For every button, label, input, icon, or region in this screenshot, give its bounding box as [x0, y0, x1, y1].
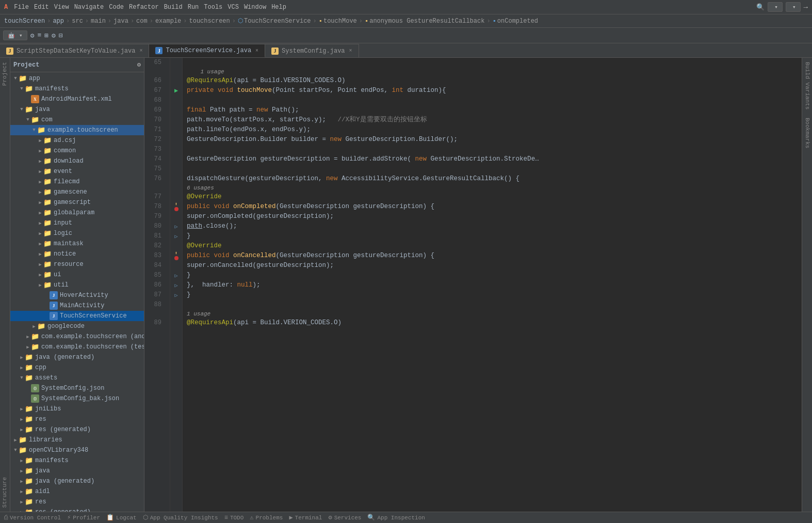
code-line: private void touchMove(Point startPos, P…	[187, 86, 798, 96]
code-editor[interactable]: 1 usage @RequiresApi(api = Build.VERSION…	[183, 58, 802, 512]
tree-item-filecmd[interactable]: ▶📁filecmd	[10, 177, 144, 187]
project-settings-icon[interactable]: ⚙	[137, 61, 141, 69]
panel-icon[interactable]: ⊟	[59, 31, 63, 40]
tree-item-res[interactable]: ▶📁res	[10, 497, 144, 507]
tree-item-logic[interactable]: ▶📁logic	[10, 228, 144, 239]
tree-item-hoveractivity[interactable]: JHoverActivity	[10, 290, 144, 300]
status-profiler[interactable]: ⚡ Profiler	[67, 514, 100, 521]
status-terminal[interactable]: ▶ Terminal	[289, 514, 322, 521]
android-selector[interactable]: 🤖 ▾	[3, 30, 27, 40]
status-services[interactable]: ⚙ Services	[328, 514, 361, 521]
tree-item-touchscreenservice[interactable]: JTouchScreenService	[10, 311, 144, 321]
menu-help[interactable]: Help	[271, 4, 286, 11]
status-problems[interactable]: ⚠ Problems	[250, 514, 283, 521]
tree-item-comexampletouchscreentest[interactable]: ▶📁com.example.touchscreen (test)	[10, 342, 144, 352]
tree-item-ui[interactable]: ▶📁ui	[10, 270, 144, 280]
breadcrumb-touchmove[interactable]: touchMove	[323, 18, 357, 25]
menu-window[interactable]: Window	[244, 4, 266, 11]
tree-item-notice[interactable]: ▶📁notice	[10, 249, 144, 259]
tree-item-gamescript[interactable]: ▶📁gamescript	[10, 197, 144, 208]
menu-code[interactable]: Code	[109, 4, 124, 11]
sort-icon[interactable]: ≡	[37, 31, 41, 39]
left-tab-project[interactable]: Project	[0, 58, 10, 90]
tree-item-app[interactable]: ▼📁app	[10, 73, 144, 84]
tab-close-scriptstep[interactable]: ×	[139, 48, 142, 54]
tree-item-resgenerated[interactable]: ▶📁res (generated)	[10, 424, 144, 435]
search-icon[interactable]: 🔍	[756, 3, 765, 11]
tree-item-maintask[interactable]: ▶📁maintask	[10, 239, 144, 249]
tree-item-androidmanifestxml[interactable]: XAndroidManifest.xml	[10, 94, 144, 104]
status-app-quality[interactable]: ⬡ App Quality Insights	[143, 514, 218, 521]
breadcrumb-app[interactable]: app	[53, 18, 64, 25]
status-todo[interactable]: ≡ TODO	[224, 514, 244, 521]
no-devices-selector[interactable]: ▾	[786, 2, 801, 12]
tree-item-globalparam[interactable]: ▶📁globalparam	[10, 208, 144, 218]
menu-vcs[interactable]: VCS	[228, 4, 239, 11]
tree-item-java[interactable]: ▼📁java	[10, 104, 144, 115]
tab-close-touchscreenservice[interactable]: ×	[255, 48, 258, 54]
filter-icon[interactable]: ⊞	[44, 31, 48, 40]
menu-build[interactable]: Build	[164, 4, 183, 11]
tree-item-adcsj[interactable]: ▶📁ad.csj	[10, 135, 144, 146]
tab-close-systemconfig[interactable]: ×	[349, 48, 352, 54]
status-version-control[interactable]: ⎙ Version Control	[4, 514, 61, 521]
run-config-selector[interactable]: ▾	[768, 2, 783, 12]
tree-item-exampletouchscreen[interactable]: ▼📁example.touchscreen	[10, 125, 144, 135]
status-logcat[interactable]: 📋 Logcat	[106, 514, 137, 521]
menu-run[interactable]: Run	[188, 4, 199, 11]
left-tab-structure[interactable]: Structure	[0, 473, 10, 512]
tree-item-googlecode[interactable]: ▶📁googlecode	[10, 321, 144, 331]
right-tab-bookmarks[interactable]: Bookmarks	[802, 114, 812, 152]
tree-item-aidl[interactable]: ▶📁aidl	[10, 486, 144, 497]
breadcrumb-touchscreen[interactable]: touchScreen	[4, 18, 45, 25]
breadcrumb-main[interactable]: main	[91, 18, 106, 25]
breadcrumb-com[interactable]: com	[136, 18, 148, 25]
breadcrumb-example[interactable]: example	[155, 18, 181, 25]
tree-item-opencvlibrary348[interactable]: ▼📁openCVLibrary348	[10, 445, 144, 455]
right-tab-build-variants[interactable]: Build Variants	[802, 58, 812, 114]
menu-tools[interactable]: Tools	[204, 4, 222, 11]
breadcrumb-touchscreen2[interactable]: touchscreen	[189, 18, 230, 25]
tree-item-res[interactable]: ▶📁res	[10, 414, 144, 424]
breadcrumb-touchscreenservice[interactable]: TouchScreenService	[244, 18, 311, 25]
tree-item-input[interactable]: ▶📁input	[10, 218, 144, 228]
tree-item-download[interactable]: ▶📁download	[10, 156, 144, 166]
arrow-icon[interactable]: →	[804, 3, 808, 11]
tree-item-com[interactable]: ▼📁com	[10, 115, 144, 125]
tree-item-comexampletouchscreenandr[interactable]: ▶📁com.example.touchscreen (andr...	[10, 331, 144, 342]
tree-item-manifests[interactable]: ▶📁manifests	[10, 455, 144, 466]
breadcrumb-anonymous[interactable]: anonymous GestureResultCallback	[369, 18, 484, 25]
gear-icon[interactable]: ⚙	[52, 31, 56, 40]
tab-systemconfig[interactable]: J SystemConfig.java ×	[265, 44, 359, 57]
menu-navigate[interactable]: Navigate	[74, 4, 104, 11]
breadcrumb-java[interactable]: java	[113, 18, 128, 25]
breadcrumb-src[interactable]: src	[72, 18, 83, 25]
tree-item-cpp[interactable]: ▶📁cpp	[10, 362, 144, 373]
menu-edit[interactable]: Edit	[34, 4, 49, 11]
tree-item-jnilibs[interactable]: ▶📁jniLibs	[10, 404, 144, 414]
menu-file[interactable]: File	[14, 4, 29, 11]
menu-view[interactable]: View	[54, 4, 69, 11]
tree-item-javagenerated[interactable]: ▶📁java (generated)	[10, 476, 144, 486]
tree-item-gamescene[interactable]: ▶📁gamescene	[10, 187, 144, 197]
menu-refactor[interactable]: Refactor	[129, 4, 159, 11]
tree-item-systemconfigbakjson[interactable]: {}SystemConfig_bak.json	[10, 393, 144, 404]
tree-item-systemconfigjson[interactable]: {}SystemConfig.json	[10, 383, 144, 393]
code-container[interactable]: 6566676869707172737475767778798081828384…	[144, 58, 802, 512]
tree-item-libraries[interactable]: ▶📁libraries	[10, 435, 144, 445]
breadcrumb-oncompleted[interactable]: onCompleted	[497, 18, 538, 25]
tree-item-mainactivity[interactable]: JMainActivity	[10, 300, 144, 311]
tree-item-java[interactable]: ▶📁java	[10, 466, 144, 476]
tab-touchscreenservice[interactable]: J TouchScreenService.java ×	[149, 44, 265, 57]
tree-item-common[interactable]: ▶📁common	[10, 146, 144, 156]
settings-icon[interactable]: ⚙	[30, 31, 35, 40]
tree-item-resource[interactable]: ▶📁resource	[10, 259, 144, 270]
status-app-inspection[interactable]: 🔍 App Inspection	[367, 514, 425, 521]
tree-item-event[interactable]: ▶📁event	[10, 166, 144, 177]
tree-item-resgenerated[interactable]: ▶📁res (generated)	[10, 507, 144, 512]
tree-item-util[interactable]: ▶📁util	[10, 280, 144, 290]
tree-item-manifests[interactable]: ▼📁manifests	[10, 84, 144, 94]
tree-item-assets[interactable]: ▼📁assets	[10, 373, 144, 383]
tab-scriptstep[interactable]: J ScriptStepDataSetKeyToValue.java ×	[0, 44, 149, 57]
tree-item-javagenerated[interactable]: ▶📁java (generated)	[10, 352, 144, 362]
